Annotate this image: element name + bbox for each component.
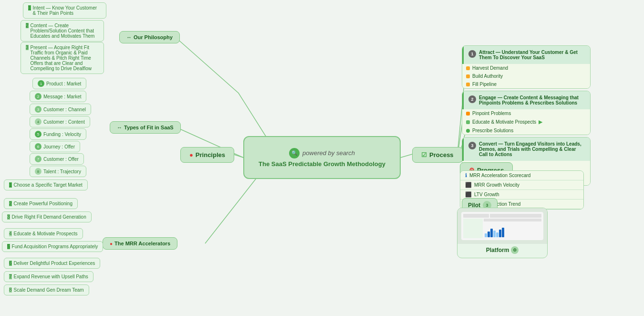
platform-outer: Platform ⚙	[457, 208, 548, 258]
platform-num: ⚙	[511, 246, 519, 254]
attract-header: 1 Attract — Understand Your Customer & G…	[462, 46, 590, 64]
arrows2-icon: ↔	[117, 125, 122, 130]
mrr-scorecard[interactable]: ℹ MRR Acceleration Scorecard	[460, 171, 583, 180]
fit-customer-offer[interactable]: 7 Customer : Offer	[30, 153, 84, 165]
num-3: 3	[26, 45, 29, 50]
logo-text: powered by search	[302, 149, 355, 157]
platform-screenshot	[457, 208, 547, 244]
mindmap-container: 🔍 powered by search The SaaS Predictable…	[0, 0, 644, 316]
attract-num: 1	[468, 50, 476, 58]
principle-6[interactable]: 6 Deliver Delightful Product Experiences	[4, 258, 100, 269]
principle-8[interactable]: 8 Scale Demand Gen Dream Team	[4, 284, 89, 295]
philosophy-content[interactable]: 2 Content — Create Problem/Solution Cont…	[21, 20, 104, 42]
process-box[interactable]: ☑ Process	[412, 147, 463, 163]
principles-dot: ●	[189, 151, 193, 158]
fit-customer-content[interactable]: 4 Customer : Content	[30, 116, 90, 127]
principle-7[interactable]: 7 Expand Revenue with Upsell Paths	[4, 271, 93, 282]
arrow-right-icon: ▶	[539, 119, 542, 125]
fit-customer-channel[interactable]: 3 Customer : Channel	[30, 104, 91, 115]
mrr-velocity[interactable]: ⬛ MRR Growth Velocity	[460, 180, 583, 190]
prescribe-solutions[interactable]: Prescribe Solutions	[462, 126, 590, 135]
principle-4[interactable]: 4 Educate & Motivate Prospects	[4, 228, 83, 239]
m-icon: ⬛	[465, 182, 472, 188]
harvest-demand[interactable]: Harvest Demand	[462, 64, 590, 72]
engage-num: 2	[468, 95, 476, 103]
l-icon: ⬛	[465, 191, 472, 198]
fill-pipeline[interactable]: Fill Pipeline	[462, 80, 590, 88]
fit-funding-velocity[interactable]: 5 Funding : Velocity	[30, 128, 86, 140]
fit-talent-trajectory[interactable]: 8 Talent : Trajectory	[30, 166, 86, 177]
mrr-icon: ●	[110, 241, 113, 246]
arrows-icon: ↔	[126, 34, 132, 40]
num-2: 2	[26, 23, 29, 28]
build-authority[interactable]: Build Authority	[462, 72, 590, 80]
philosophy-present[interactable]: 3 Present — Acquire Right Fit Traffic fr…	[21, 42, 104, 74]
principle-3[interactable]: 3 Drive Right Fit Demand Generation	[2, 211, 92, 222]
types-of-fit-branch[interactable]: ↔ Types of Fit in SaaS	[110, 121, 181, 134]
engage-section: 2 Engage — Create Content & Messaging th…	[462, 91, 591, 135]
i-icon: ℹ	[465, 172, 467, 179]
center-title: The SaaS Predictable Growth Methodology	[259, 160, 385, 168]
attract-section: 1 Attract — Understand Your Customer & G…	[462, 45, 591, 89]
logo-icon: 🔍	[289, 148, 300, 158]
fit-message-market[interactable]: 2 Message : Market	[30, 91, 86, 102]
platform-label: Platform ⚙	[457, 246, 547, 254]
fit-product-market[interactable]: 1 Product : Market	[32, 78, 86, 89]
mrr-accelerators-branch[interactable]: ● The MRR Accelerators	[103, 237, 177, 250]
engage-header: 2 Engage — Create Content & Messaging th…	[462, 91, 590, 109]
philosophy-intent[interactable]: 1 Intent — Know Your Customer & Their Pa…	[23, 2, 106, 19]
philosophy-branch[interactable]: ↔ Our Philosophy	[119, 31, 180, 43]
fit-journey-offer[interactable]: 6 Journey : Offer	[30, 141, 80, 152]
pinpoint-problems[interactable]: Pinpoint Problems	[462, 109, 590, 117]
center-node: 🔍 powered by search The SaaS Predictable…	[243, 136, 401, 179]
process-check: ☑	[421, 151, 427, 158]
principles-box[interactable]: ● Principles	[180, 147, 234, 163]
principle-2[interactable]: 2 Create Powerful Positioning	[4, 198, 78, 209]
principle-5[interactable]: 5 Fund Acquisition Programs Appropriatel…	[2, 241, 103, 252]
platform-inner-window	[461, 212, 543, 240]
principle-1[interactable]: 1 Choose a Specific Target Market	[4, 179, 88, 190]
num-1: 1	[28, 5, 31, 11]
educate-motivate[interactable]: Educate & Motivate Prospects ▶	[462, 117, 590, 126]
